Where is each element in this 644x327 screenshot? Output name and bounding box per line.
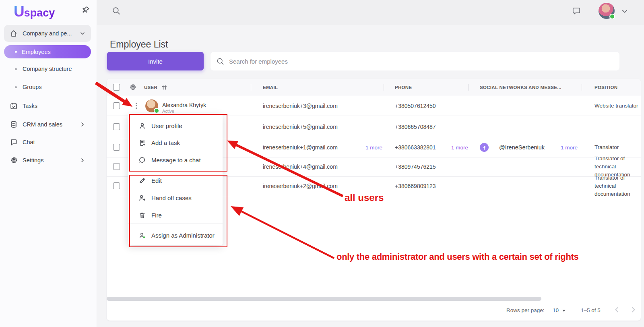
column-header-user[interactable]: USER — [144, 85, 157, 90]
invite-button[interactable]: Invite — [107, 52, 204, 70]
phone-more-link[interactable]: 1 more — [451, 145, 468, 151]
logo-text: spacy — [24, 7, 55, 19]
chevron-right-icon — [80, 122, 85, 127]
sidebar-item-chat[interactable]: Chat — [4, 134, 91, 150]
column-divider — [384, 84, 384, 91]
employee-email[interactable]: ireneserbeniuk+4@gmail.com — [263, 164, 338, 170]
admin-icon — [138, 232, 146, 239]
menu-item-message-to-a-chat[interactable]: Message to a chat — [128, 153, 223, 167]
employee-email[interactable]: ireneserbeniuk+5@gmail.com — [263, 124, 338, 130]
select-all-checkbox[interactable] — [113, 84, 120, 91]
sidebar-item-groups[interactable]: Groups — [4, 81, 91, 93]
sidebar-item-label: Groups — [23, 84, 85, 90]
rows-per-page-label: Rows per page: — [506, 307, 545, 313]
online-status-dot — [154, 108, 159, 114]
sidebar-item-tasks[interactable]: Tasks — [4, 98, 91, 114]
online-status-dot — [609, 14, 615, 19]
menu-item-label: Assign as Administrator — [151, 232, 215, 239]
menu-item-label: Hand off cases — [151, 195, 192, 201]
menu-item-label: Message to a chat — [151, 157, 201, 164]
task-add-icon — [138, 139, 146, 147]
sidebar-item-label: Company and pe... — [23, 30, 80, 37]
global-search-icon[interactable] — [111, 6, 121, 15]
menu-item-add-a-task[interactable]: Add a task — [128, 135, 223, 150]
employee-position: Translator of technical documentation — [594, 174, 641, 198]
next-page-icon[interactable] — [629, 306, 637, 314]
menu-divider — [128, 224, 223, 224]
column-divider — [251, 84, 251, 91]
employee-phone[interactable]: +380663382801 — [395, 144, 436, 151]
row-checkbox[interactable] — [113, 123, 120, 130]
email-more-link[interactable]: 1 more — [365, 145, 382, 151]
table-header-row: USER EMAIL PHONE SOCIAL NETWORKS AND MES… — [107, 79, 641, 96]
gear-icon — [10, 156, 18, 164]
logo-mark: U — [14, 3, 24, 20]
social-handle[interactable]: @IreneSerbeniuk — [499, 144, 545, 151]
employee-phone[interactable]: +380665708487 — [395, 124, 436, 130]
menu-item-assign-as-administrator[interactable]: Assign as Administrator — [128, 228, 223, 242]
pin-sidebar-icon[interactable] — [81, 6, 90, 14]
facebook-icon[interactable] — [480, 143, 489, 152]
sidebar-item-company-structure[interactable]: Company structure — [4, 63, 91, 75]
menu-item-edit[interactable]: Edit — [128, 173, 223, 188]
rows-per-page-caret-icon[interactable] — [562, 310, 566, 312]
employee-email[interactable]: ireneserbeniuk+2@gmail.com — [263, 183, 338, 189]
app-root: { "brand": {"logo_mark": "U", "logo_text… — [0, 0, 644, 327]
uspacy-logo[interactable]: Uspacy — [14, 3, 55, 20]
menu-divider — [128, 172, 223, 172]
sort-arrows-icon[interactable] — [161, 84, 167, 91]
sidebar-item-settings[interactable]: Settings — [4, 152, 91, 168]
chevron-right-icon — [80, 157, 85, 163]
table-row[interactable]: Alexandra Khytyk Active ireneserbeniuk+3… — [107, 96, 641, 116]
employee-email[interactable]: ireneserbeniuk+1@gmail.com — [263, 144, 338, 151]
messages-icon[interactable] — [572, 6, 581, 16]
table-settings-gear-icon[interactable] — [129, 83, 136, 91]
user-icon — [138, 122, 146, 130]
row-checkbox[interactable] — [113, 102, 120, 109]
row-checkbox[interactable] — [113, 163, 120, 170]
employee-search-input[interactable] — [228, 58, 614, 65]
column-header-email[interactable]: EMAIL — [263, 85, 278, 90]
social-more-link[interactable]: 1 more — [561, 145, 578, 151]
annotation-label-admin-rights: only the administrator and users with a … — [336, 252, 579, 262]
row-actions-kebab-icon[interactable] — [133, 100, 140, 111]
employee-position: Website translator — [594, 102, 641, 110]
column-header-position[interactable]: POSITION — [594, 85, 617, 90]
row-checkbox[interactable] — [113, 144, 120, 151]
previous-page-icon[interactable] — [613, 306, 621, 314]
employee-phone[interactable]: +380669809123 — [395, 183, 436, 189]
sidebar-item-company-and-people[interactable]: Company and pe... — [4, 25, 91, 42]
pagination-range: 1–5 of 5 — [581, 307, 601, 313]
hand-off-icon — [138, 194, 146, 202]
page-title: Employee List — [110, 39, 168, 50]
user-avatar[interactable] — [599, 3, 615, 19]
bullet-dot — [15, 51, 17, 53]
profile-chevron-down-icon[interactable] — [621, 8, 628, 15]
sidebar-item-crm-and-sales[interactable]: CRM and sales — [4, 116, 91, 132]
sidebar-item-employees[interactable]: Employees — [4, 45, 91, 58]
annotation-label-all-users: all users — [345, 192, 384, 203]
employee-phone[interactable]: +380507612450 — [395, 103, 436, 109]
employee-phone[interactable]: +380974576215 — [395, 164, 436, 170]
rows-per-page-value[interactable]: 10 — [553, 307, 559, 313]
menu-item-fire[interactable]: Fire — [128, 208, 223, 222]
employee-avatar[interactable] — [145, 99, 158, 112]
menu-item-label: Edit — [151, 177, 162, 184]
horizontal-scrollbar[interactable] — [107, 297, 541, 301]
database-icon — [10, 120, 18, 128]
column-header-social[interactable]: SOCIAL NETWORKS AND MESSE... — [480, 85, 561, 90]
menu-item-user-profile[interactable]: User profile — [128, 118, 223, 133]
menu-item-label: Add a task — [151, 139, 180, 146]
row-checkbox[interactable] — [113, 182, 120, 189]
menu-item-hand-off-cases[interactable]: Hand off cases — [128, 190, 223, 205]
chat-bubble-icon — [10, 138, 18, 146]
menu-item-label: User profile — [151, 122, 182, 129]
employee-name[interactable]: Alexandra Khytyk — [162, 102, 206, 108]
message-icon — [138, 156, 146, 164]
employee-email[interactable]: ireneserbeniuk+3@gmail.com — [263, 103, 338, 109]
row-actions-menu: User profile Add a task Message to a cha… — [128, 114, 223, 245]
pencil-icon — [138, 177, 146, 184]
employee-search-field[interactable] — [211, 52, 619, 70]
calendar-icon — [10, 102, 18, 110]
column-header-phone[interactable]: PHONE — [395, 85, 412, 90]
